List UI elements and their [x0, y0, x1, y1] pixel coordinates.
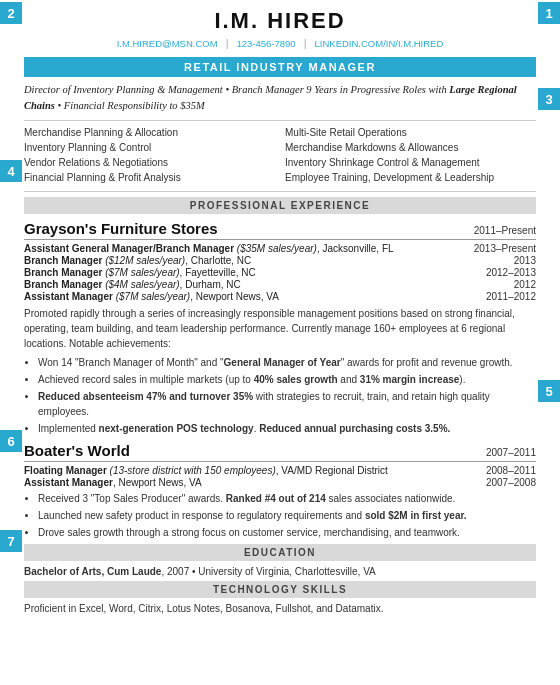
resume-container: 2 1 3 4 5 6 7 I.M. HIRED I.M.HIRED@MSN.C… [0, 0, 560, 614]
technology-section-header: TECHNOLOGY SKILLS [24, 581, 536, 598]
role-date-am2: 2007–2008 [486, 477, 536, 488]
role-title-am1: Assistant Manager ($7M sales/year), Newp… [24, 291, 478, 302]
technology-text: Proficient in Excel, Word, Citrix, Lotus… [24, 603, 383, 614]
graysons-description: Promoted rapidly through a series of inc… [24, 306, 536, 351]
bullet-g2: Achieved record sales in multiple market… [38, 372, 536, 387]
bullet-b3: Drove sales growth through a strong focu… [38, 525, 536, 540]
candidate-name: I.M. HIRED [24, 8, 536, 34]
bullet-g4: Implemented next-generation POS technolo… [38, 421, 536, 436]
role-title-bm3: Branch Manager ($4M sales/year), Durham,… [24, 279, 506, 290]
bullet-b2: Launched new safety product in response … [38, 508, 536, 523]
boaters-name: Boater's World [24, 442, 130, 459]
degree-text: Bachelor of Arts, Cum Laude, 2007 • Univ… [24, 566, 376, 577]
sep-1: | [226, 37, 229, 49]
skill-2: Multi-Site Retail Operations [285, 126, 536, 140]
company-boaters: Boater's World 2007–2011 Floating Manage… [24, 442, 536, 540]
boaters-header: Boater's World 2007–2011 [24, 442, 536, 462]
role-date-agm: 2013–Present [474, 243, 536, 254]
bullet-g1: Won 14 "Branch Manager of Month" and "Ge… [38, 355, 536, 370]
side-label-3: 3 [538, 88, 560, 110]
role-title-bm1: Branch Manager ($12M sales/year), Charlo… [24, 255, 506, 266]
summary-text: Director of Inventory Planning & Managem… [24, 84, 517, 111]
technology-content: Proficient in Excel, Word, Citrix, Lotus… [24, 603, 536, 614]
graysons-name: Grayson's Furniture Stores [24, 220, 218, 237]
side-label-4: 4 [0, 160, 22, 182]
header-section: I.M. HIRED I.M.HIRED@MSN.COM | 123-456-7… [0, 0, 560, 53]
experience-section-header: PROFESSIONAL EXPERIENCE [24, 197, 536, 214]
role-row-agm: Assistant General Manager/Branch Manager… [24, 243, 536, 254]
summary-section: Director of Inventory Planning & Managem… [24, 82, 536, 121]
phone-number: 123-456-7890 [236, 38, 295, 49]
education-section-header: EDUCATION [24, 544, 536, 561]
role-date-bm2: 2012–2013 [486, 267, 536, 278]
graysons-header: Grayson's Furniture Stores 2011–Present [24, 220, 536, 240]
role-title-bm2: Branch Manager ($7M sales/year), Fayette… [24, 267, 478, 278]
skill-8: Employee Training, Development & Leaders… [285, 171, 536, 185]
contact-info: I.M.HIRED@MSN.COM | 123-456-7890 | LINKE… [24, 37, 536, 49]
linkedin-link[interactable]: LINKEDIN.COM/IN/I.M.HIRED [315, 38, 444, 49]
job-title-bar: RETAIL INDUSTRY MANAGER [24, 57, 536, 77]
role-title-fm: Floating Manager (13-store district with… [24, 465, 478, 476]
sep-2: | [304, 37, 307, 49]
email-link[interactable]: I.M.HIRED@MSN.COM [117, 38, 218, 49]
role-title-am2: Assistant Manager, Newport News, VA [24, 477, 478, 488]
side-label-7: 7 [0, 530, 22, 552]
bullet-g3: Reduced absenteeism 47% and turnover 35%… [38, 389, 536, 419]
role-row-am2: Assistant Manager, Newport News, VA 2007… [24, 477, 536, 488]
skill-3: Inventory Planning & Control [24, 141, 275, 155]
role-row-fm: Floating Manager (13-store district with… [24, 465, 536, 476]
role-row-am1: Assistant Manager ($7M sales/year), Newp… [24, 291, 536, 302]
company-graysons: Grayson's Furniture Stores 2011–Present … [24, 220, 536, 436]
skills-section: Merchandise Planning & Allocation Multi-… [24, 126, 536, 192]
boaters-bullets: Received 3 "Top Sales Producer" awards. … [38, 491, 536, 540]
skill-5: Vendor Relations & Negotiations [24, 156, 275, 170]
skill-1: Merchandise Planning & Allocation [24, 126, 275, 140]
role-row-bm2: Branch Manager ($7M sales/year), Fayette… [24, 267, 536, 278]
role-date-fm: 2008–2011 [486, 465, 536, 476]
skill-6: Inventory Shrinkage Control & Management [285, 156, 536, 170]
skill-7: Financial Planning & Profit Analysis [24, 171, 275, 185]
graysons-bullets: Won 14 "Branch Manager of Month" and "Ge… [38, 355, 536, 436]
side-label-1: 1 [538, 2, 560, 24]
role-date-bm3: 2012 [514, 279, 536, 290]
skill-4: Merchandise Markdowns & Allowances [285, 141, 536, 155]
boaters-dates: 2007–2011 [486, 447, 536, 458]
side-label-6: 6 [0, 430, 22, 452]
role-row-bm1: Branch Manager ($12M sales/year), Charlo… [24, 255, 536, 266]
side-label-2: 2 [0, 2, 22, 24]
role-date-am1: 2011–2012 [486, 291, 536, 302]
side-label-5: 5 [538, 380, 560, 402]
role-row-bm3: Branch Manager ($4M sales/year), Durham,… [24, 279, 536, 290]
bullet-b1: Received 3 "Top Sales Producer" awards. … [38, 491, 536, 506]
role-title-agm: Assistant General Manager/Branch Manager… [24, 243, 466, 254]
graysons-dates: 2011–Present [474, 225, 536, 236]
role-date-bm1: 2013 [514, 255, 536, 266]
education-content: Bachelor of Arts, Cum Laude, 2007 • Univ… [24, 566, 536, 577]
